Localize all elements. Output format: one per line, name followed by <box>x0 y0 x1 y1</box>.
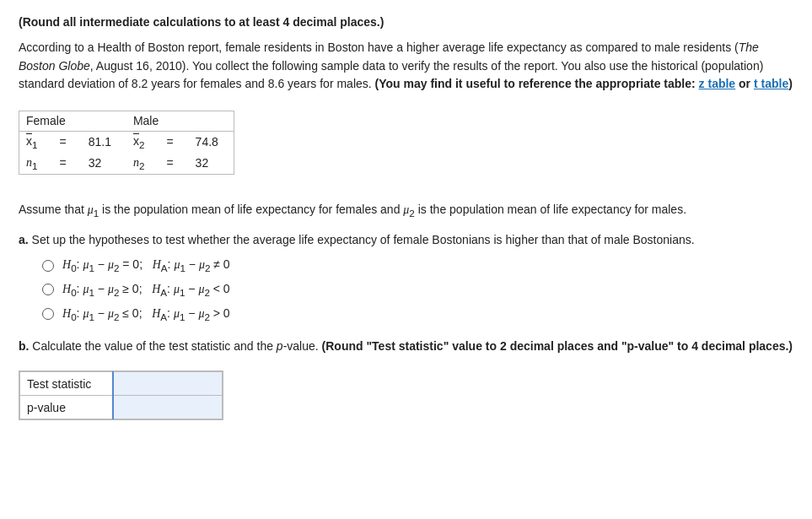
table-row-p-value: p-value <box>20 396 223 419</box>
radio-3[interactable] <box>42 308 54 320</box>
male-x-val: 74.8 <box>189 132 234 153</box>
intro-text1: According to a Health of Boston report, … <box>19 41 739 54</box>
p-italic: p <box>277 339 283 353</box>
t-table-link[interactable]: t table <box>754 77 788 90</box>
question-a-text: Set up the hypotheses to test whether th… <box>32 233 695 246</box>
p-value-label: p-value <box>20 396 113 419</box>
female-n-eq: = <box>52 153 81 174</box>
question-a: a. Set up the hypotheses to test whether… <box>19 231 793 250</box>
male-n-eq: = <box>159 153 188 174</box>
question-b: b. Calculate the value of the test stati… <box>19 338 793 356</box>
table-row: n1 = 32 n2 = 32 <box>19 153 234 174</box>
radio-1[interactable] <box>42 260 54 272</box>
female-x-eq: = <box>52 132 81 153</box>
z-table-link[interactable]: z table <box>699 77 736 90</box>
assume-text: Assume that μ1 is the population mean of… <box>19 201 793 221</box>
hyp-text-3: H0: μ1 − μ2 ≤ 0; HA: μ1 − μ2 > 0 <box>62 306 230 322</box>
intro-bold-text: (You may find it useful to reference the… <box>375 77 793 90</box>
answer-table-wrapper: Test statistic p-value <box>19 370 223 420</box>
question-b-label: b. <box>19 339 32 353</box>
table-row-test-statistic: Test statistic <box>20 372 223 396</box>
female-n-label: n1 <box>19 153 52 174</box>
answer-table: Test statistic p-value <box>19 371 223 419</box>
question-b-text-before: Calculate the value of the test statisti… <box>32 339 277 353</box>
female-n-val: 32 <box>82 153 126 174</box>
hyp-text-2: H0: μ1 − μ2 ≥ 0; HA: μ1 − μ2 < 0 <box>62 282 230 298</box>
data-table: Female Male x1 = 81.1 x2 = 74.8 n1 = 32 … <box>19 111 234 174</box>
test-statistic-label: Test statistic <box>20 372 113 396</box>
round-note: (Round all intermediate calculations to … <box>19 15 793 29</box>
data-table-wrapper: Female Male x1 = 81.1 x2 = 74.8 n1 = 32 … <box>19 111 234 175</box>
intro-paragraph: According to a Health of Boston report, … <box>19 39 793 94</box>
hyp-text-1: H0: μ1 − μ2 = 0; HA: μ1 − μ2 ≠ 0 <box>62 257 230 273</box>
male-header: Male <box>126 111 234 132</box>
test-statistic-input[interactable] <box>113 372 223 396</box>
hypotheses-list: H0: μ1 − μ2 = 0; HA: μ1 − μ2 ≠ 0 H0: μ1 … <box>42 257 793 322</box>
female-x-val: 81.1 <box>82 132 126 153</box>
male-n-label: n2 <box>126 153 159 174</box>
question-b-text-after: -value. <box>283 339 322 353</box>
female-header: Female <box>19 111 126 132</box>
question-b-bold: (Round "Test statistic" value to 2 decim… <box>322 339 793 353</box>
hypothesis-item-1: H0: μ1 − μ2 = 0; HA: μ1 − μ2 ≠ 0 <box>42 257 793 273</box>
table-row: x1 = 81.1 x2 = 74.8 <box>19 132 234 153</box>
radio-2[interactable] <box>42 284 54 295</box>
p-value-input[interactable] <box>113 396 223 419</box>
hypothesis-item-3: H0: μ1 − μ2 ≤ 0; HA: μ1 − μ2 > 0 <box>42 306 793 322</box>
hypothesis-item-2: H0: μ1 − μ2 ≥ 0; HA: μ1 − μ2 < 0 <box>42 282 793 298</box>
male-n-val: 32 <box>189 153 234 174</box>
male-x-eq: = <box>159 132 188 153</box>
male-x-label: x2 <box>126 132 159 153</box>
female-x-label: x1 <box>19 132 52 153</box>
question-a-label: a. <box>19 233 32 246</box>
